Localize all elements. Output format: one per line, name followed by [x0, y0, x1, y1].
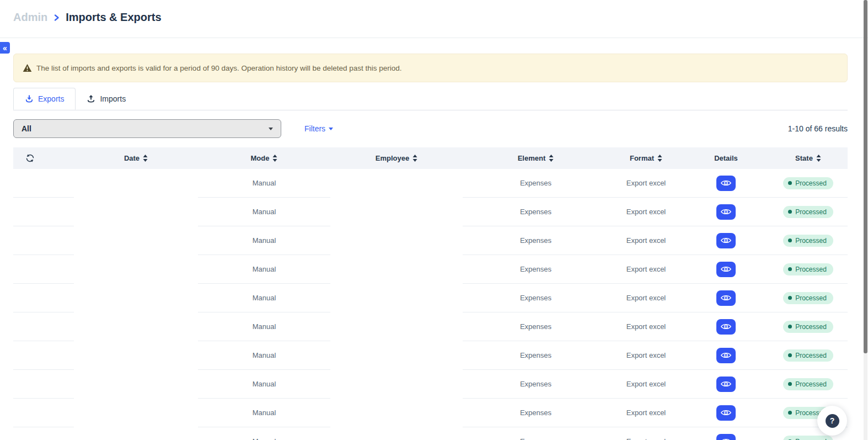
- format-cell: Export excel: [609, 370, 683, 399]
- column-header-date[interactable]: Date: [74, 147, 198, 169]
- status-badge: Processed: [783, 206, 833, 218]
- column-header-employee[interactable]: Employee: [330, 147, 463, 169]
- question-mark-icon: ?: [826, 414, 839, 428]
- details-cell: [683, 284, 769, 312]
- status-badge: Processed: [783, 292, 833, 304]
- element-cell: Expenses: [463, 255, 609, 284]
- employee-cell: [330, 255, 463, 284]
- filters-toggle[interactable]: Filters: [304, 124, 333, 133]
- row-selector-cell: [13, 370, 74, 399]
- table-row: Manual Expenses Export excel Processed: [13, 312, 848, 341]
- view-details-button[interactable]: [716, 405, 736, 421]
- employee-cell: [330, 312, 463, 341]
- chevron-down-icon: [329, 128, 333, 130]
- breadcrumb-parent-link[interactable]: Admin: [13, 11, 47, 24]
- column-header-details: Details: [683, 147, 769, 169]
- status-badge: Processed: [783, 349, 833, 362]
- view-details-button[interactable]: [716, 377, 736, 392]
- row-selector-cell: [13, 226, 74, 255]
- view-details-button[interactable]: [716, 348, 736, 363]
- status-badge: Processed: [783, 235, 833, 247]
- results-summary: 1-10 of 66 results: [788, 124, 848, 133]
- employee-cell: [330, 427, 463, 440]
- format-cell: Export excel: [609, 341, 683, 370]
- details-cell: [683, 198, 769, 226]
- status-dot-icon: [788, 296, 792, 300]
- element-cell: Expenses: [463, 226, 609, 255]
- state-cell: Processed: [769, 312, 848, 341]
- topbar: Admin Imports & Exports: [0, 0, 868, 38]
- element-cell: Expenses: [463, 169, 609, 198]
- table-header: Date Mode Employee Element Format Detail…: [13, 147, 848, 169]
- mode-cell: Manual: [198, 370, 330, 399]
- format-cell: Export excel: [609, 312, 683, 341]
- row-selector-cell: [13, 284, 74, 312]
- exports-table: Date Mode Employee Element Format Detail…: [13, 147, 848, 440]
- chevron-right-icon: [53, 14, 60, 22]
- table-row: Manual Expenses Export excel Processed: [13, 427, 848, 440]
- element-cell: Expenses: [463, 341, 609, 370]
- state-cell: Processed: [769, 341, 848, 370]
- view-details-button[interactable]: [716, 176, 736, 191]
- type-filter-dropdown[interactable]: All: [13, 119, 281, 138]
- status-dot-icon: [788, 382, 792, 386]
- column-header-format[interactable]: Format: [609, 147, 683, 169]
- mode-cell: Manual: [198, 198, 330, 226]
- sort-icon: [272, 155, 277, 162]
- date-cell: [74, 341, 198, 370]
- details-cell: [683, 169, 769, 198]
- collapse-sidebar-button[interactable]: «: [0, 42, 10, 54]
- view-details-button[interactable]: [716, 290, 736, 306]
- date-cell: [74, 169, 198, 198]
- row-selector-cell: [13, 255, 74, 284]
- date-cell: [74, 312, 198, 341]
- column-header-state[interactable]: State: [769, 147, 848, 169]
- refresh-button[interactable]: [13, 147, 74, 169]
- refresh-icon: [25, 153, 35, 163]
- view-details-button[interactable]: [716, 262, 736, 277]
- tab-imports[interactable]: Imports: [76, 88, 137, 110]
- employee-cell: [330, 226, 463, 255]
- sort-icon: [143, 155, 148, 162]
- format-cell: Export excel: [609, 427, 683, 440]
- column-header-element[interactable]: Element: [463, 147, 609, 169]
- details-cell: [683, 226, 769, 255]
- status-dot-icon: [788, 411, 792, 415]
- table-row: Manual Expenses Export excel Processed: [13, 341, 848, 370]
- element-cell: Expenses: [463, 370, 609, 399]
- tab-bar: Exports Imports: [13, 88, 848, 110]
- status-badge: Processed: [783, 321, 833, 333]
- status-badge: Processed: [783, 177, 833, 189]
- eye-icon: [721, 208, 731, 215]
- double-chevron-left-icon: «: [3, 44, 7, 52]
- column-header-mode[interactable]: Mode: [198, 147, 330, 169]
- table-row: Manual Expenses Export excel Processed: [13, 370, 848, 399]
- status-badge: Processed: [783, 378, 833, 390]
- sort-icon: [412, 155, 417, 162]
- help-button[interactable]: ?: [817, 406, 847, 436]
- view-details-button[interactable]: [716, 204, 736, 220]
- employee-cell: [330, 284, 463, 312]
- view-details-button[interactable]: [716, 434, 736, 440]
- eye-icon: [721, 266, 731, 273]
- mode-cell: Manual: [198, 341, 330, 370]
- scrollbar-thumb[interactable]: [864, 0, 867, 353]
- mode-cell: Manual: [198, 169, 330, 198]
- format-cell: Export excel: [609, 198, 683, 226]
- eye-icon: [721, 352, 731, 359]
- view-details-button[interactable]: [716, 233, 736, 248]
- state-cell: Processed: [769, 255, 848, 284]
- table-controls: All Filters 1-10 of 66 results: [13, 119, 848, 138]
- date-cell: [74, 198, 198, 226]
- element-cell: Expenses: [463, 399, 609, 427]
- status-dot-icon: [788, 210, 792, 214]
- tab-exports[interactable]: Exports: [13, 88, 76, 110]
- element-cell: Expenses: [463, 198, 609, 226]
- chevron-down-icon: [269, 128, 273, 130]
- row-selector-cell: [13, 312, 74, 341]
- table-row: Manual Expenses Export excel Processed: [13, 284, 848, 312]
- filters-label: Filters: [304, 124, 325, 133]
- state-cell: Processed: [769, 284, 848, 312]
- eye-icon: [721, 323, 731, 330]
- view-details-button[interactable]: [716, 319, 736, 335]
